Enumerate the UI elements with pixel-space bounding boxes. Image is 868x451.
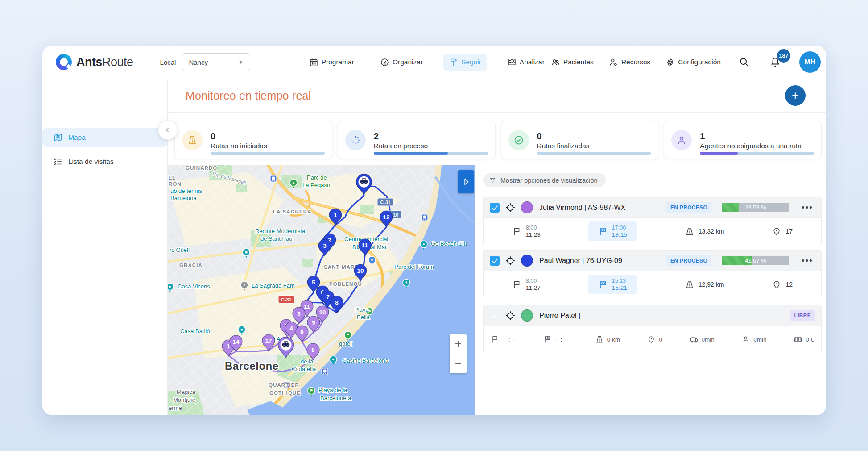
nav-label: Pacientes [563, 58, 594, 66]
status-badge: EN PROCESO [666, 255, 711, 266]
checkered-flag-icon [598, 226, 608, 236]
patients-icon [551, 58, 560, 67]
route-checkbox[interactable] [490, 256, 500, 266]
map-poi-label: de la [301, 358, 314, 365]
app-logo[interactable]: AntsRoute [56, 54, 133, 70]
map-canvas[interactable]: ▲■✝●✝⚑⚑●■∩●⚑● GUINARDOLLRONLA SAGRERAGRÀ… [168, 165, 475, 415]
stat-progress [700, 152, 814, 155]
nav-item-organizar[interactable]: Organizar [375, 54, 428, 71]
route-progress-bar: 41.67 % [722, 256, 789, 265]
map-poi-label: Ciuta ella [292, 366, 316, 372]
route-list: Julia Virmond | AS-987-WX EN PROCESO 23.… [483, 197, 822, 353]
end-time-item: 17:0018:15 [588, 221, 637, 241]
map[interactable]: ▲■✝●✝⚑⚑●■∩●⚑● GUINARDOLLRONLA SAGRERAGRÀ… [168, 165, 475, 415]
sidebar-item-lista-de-visitas[interactable]: Lista de visitas [42, 152, 167, 171]
map-poi-label: Parc de [307, 174, 327, 181]
logo-icon [56, 54, 72, 70]
route-name: Julia Virmond | AS-987-WX [538, 204, 661, 212]
route-name: Paul Wagner | 76-UYG-09 [538, 257, 661, 265]
nav-item-seguir[interactable]: Seguir [443, 54, 487, 71]
nav-item-configuracion[interactable]: Configuración [665, 56, 722, 69]
user-avatar[interactable]: MH [799, 51, 821, 73]
nav-label: Programar [322, 58, 354, 66]
stops-item: 17 [772, 226, 793, 236]
main-menu: Programar Organizar Seguir Analizar [304, 54, 550, 71]
nav-item-programar[interactable]: Programar [304, 54, 360, 71]
map-poi-label: Go Beach Clu [431, 240, 467, 247]
actual-end: 15:21 [612, 284, 627, 291]
svg-text:■: ■ [240, 327, 243, 332]
notifications-badge: 187 [777, 49, 790, 63]
road-icon [182, 130, 203, 150]
svg-text:⚑: ⚑ [346, 333, 350, 337]
zoom-out-button[interactable]: − [450, 354, 467, 374]
checkered-flag-icon [543, 335, 552, 344]
nav-item-analizar[interactable]: Analizar [502, 54, 550, 71]
route-header[interactable]: Julia Virmond | AS-987-WX EN PROCESO 23.… [484, 197, 821, 217]
route-progress-label: 23.53 % [722, 203, 789, 212]
map-train-station-icon [270, 175, 277, 182]
route-card-pierre-patel: Pierre Patel | LIBRE -- : -- [483, 305, 822, 353]
stat-value: 1 [700, 131, 802, 141]
map-poi-label: Casino Barcelona [343, 357, 389, 364]
sidebar-item-mapa[interactable]: Mapa [42, 128, 167, 147]
app-body: Mapa Lista de visitas Monitoreo en tiemp… [42, 79, 826, 415]
nav-item-recursos[interactable]: Recursos [608, 56, 651, 69]
banknote-icon [794, 335, 802, 344]
sidebar-item-label: Lista de visitas [68, 158, 114, 166]
svg-text:7: 7 [326, 294, 330, 301]
checkbox-spacer [490, 311, 500, 321]
pin-icon [647, 335, 656, 344]
locate-icon[interactable] [505, 310, 516, 321]
map-expand-button[interactable] [458, 170, 474, 193]
flag-icon [512, 226, 522, 236]
collapse-sidebar-button[interactable] [158, 120, 178, 140]
stat-card-agentes-no-asignados[interactable]: 1Agentes no asignados a una ruta [664, 121, 822, 159]
stat-card-rutas-no-iniciadas[interactable]: 0Rutas no iniciadas [174, 121, 332, 159]
app-window: AntsRoute Local Nancy ▼ Programar Organi… [42, 46, 826, 415]
svg-text:●: ● [371, 258, 373, 262]
search-button[interactable] [735, 53, 753, 71]
stops-item: 0 [647, 335, 662, 344]
display-options-button[interactable]: Mostrar opciones de visualización [483, 173, 606, 187]
route-menu-button[interactable]: ••• [800, 256, 815, 266]
notifications-button[interactable]: 187 [766, 53, 784, 71]
nav-item-pacientes[interactable]: Pacientes [550, 56, 595, 69]
route-header[interactable]: Paul Wagner | 76-UYG-09 EN PROCESO 41.67… [484, 251, 821, 271]
svg-text:✝: ✝ [405, 280, 408, 285]
map-road-badge: C-31 [278, 296, 294, 303]
add-button[interactable]: + [785, 85, 806, 106]
route-header[interactable]: Pierre Patel | LIBRE [484, 305, 821, 326]
zoom-in-button[interactable]: + [450, 334, 467, 354]
locate-icon[interactable] [505, 255, 516, 266]
logo-text: AntsRoute [76, 55, 133, 69]
svg-text:8: 8 [335, 299, 339, 306]
gear-icon [665, 58, 675, 67]
stat-value: 2 [374, 131, 428, 141]
chevron-down-icon: ▼ [238, 59, 244, 65]
svg-text:3: 3 [297, 310, 301, 317]
nav-right-group: Pacientes Recursos Configuración 187 MH [550, 51, 821, 73]
svg-text:3: 3 [323, 242, 327, 249]
map-district-label: LL [169, 175, 176, 180]
distance-item: 13,32 km [685, 226, 724, 236]
start-value: -- : -- [503, 336, 516, 343]
stat-value: 0 [537, 131, 590, 141]
route-menu-button[interactable]: ••• [800, 203, 815, 213]
stat-card-rutas-en-proceso[interactable]: 2Rutas en proceso [338, 121, 496, 159]
map-district-label: GOTHIQUE [269, 390, 301, 396]
stat-label: Agentes no asignados a una ruta [700, 142, 802, 150]
site-select[interactable]: Nancy ▼ [182, 53, 250, 71]
map-poi-label: Montjuïc [173, 397, 195, 403]
distance-item: 12,92 km [685, 280, 724, 289]
map-district-label: GRÀCIA [179, 263, 203, 268]
stat-progress [374, 152, 488, 155]
stat-card-rutas-finalizadas[interactable]: 0Rutas finalizadas [501, 121, 659, 159]
map-poi-label: Recinte Modernista [255, 228, 306, 234]
start-time-item: 8:0011:27 [512, 278, 541, 291]
person-icon [671, 130, 692, 150]
chevron-left-icon [163, 125, 172, 134]
route-checkbox[interactable] [490, 203, 500, 213]
locate-icon[interactable] [505, 202, 516, 213]
spinner-icon [345, 130, 366, 150]
